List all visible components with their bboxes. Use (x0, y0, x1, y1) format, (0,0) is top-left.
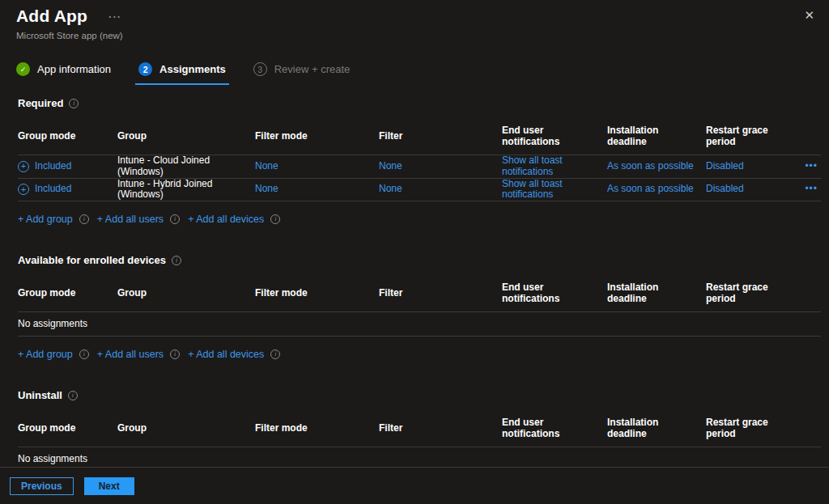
column-header: Restart grace period (706, 125, 797, 147)
assignments-content: Required i Group mode Group Filter mode … (0, 85, 829, 495)
add-all-devices-link[interactable]: + Add all devices (188, 214, 264, 225)
section-title: Required (18, 97, 63, 109)
section-available: Available for enrolled devices i Group m… (18, 254, 821, 360)
filter-mode-link[interactable]: None (255, 183, 278, 194)
group-cell: Intune - Hybrid Joined (Windows) (117, 179, 255, 201)
column-header: Installation deadline (607, 282, 706, 304)
column-header: Filter (379, 287, 502, 299)
add-links-row: + Add group i + Add all users i + Add al… (18, 349, 821, 360)
column-header: Group mode (18, 130, 117, 142)
add-all-users-link[interactable]: + Add all users (97, 214, 164, 225)
step-number-badge: 3 (253, 62, 267, 76)
add-all-users-link[interactable]: + Add all users (97, 349, 164, 360)
column-header: End user notifications (502, 125, 607, 147)
step-review-create[interactable]: 3 Review + create (250, 62, 354, 85)
table-header-row: Group mode Group Filter mode Filter End … (18, 125, 821, 155)
step-label: Review + create (274, 63, 351, 75)
step-label: Assignments (159, 63, 226, 75)
table-header-row: Group mode Group Filter mode Filter End … (18, 282, 821, 311)
section-title: Available for enrolled devices (18, 254, 166, 266)
step-number-badge: 2 (138, 62, 152, 76)
add-links-row: + Add group i + Add all users i + Add al… (18, 214, 821, 225)
step-app-information[interactable]: ✓ App information (13, 62, 114, 85)
installation-deadline-link[interactable]: As soon as possible (607, 160, 694, 172)
column-header: Group (117, 130, 255, 142)
column-header: Restart grace period (706, 417, 797, 439)
panel-header: Add App ··· Microsoft Store app (new) (0, 0, 829, 40)
column-header: Filter mode (255, 422, 379, 434)
column-header: Group (117, 287, 255, 299)
row-context-menu-icon[interactable]: ••• (797, 184, 821, 195)
group-mode-link[interactable]: Included (35, 184, 71, 195)
column-header: Filter mode (255, 130, 379, 142)
filter-link[interactable]: None (379, 183, 402, 194)
info-icon[interactable]: i (172, 256, 181, 265)
close-icon[interactable]: ✕ (804, 8, 814, 23)
table-header-row: Group mode Group Filter mode Filter End … (18, 417, 821, 447)
info-icon[interactable]: i (170, 349, 180, 359)
info-icon[interactable]: i (68, 391, 78, 400)
end-user-notifications-link[interactable]: Show all toast notifications (502, 178, 563, 201)
info-icon[interactable]: i (170, 214, 180, 224)
panel-subtitle: Microsoft Store app (new) (16, 31, 813, 40)
row-context-menu-icon[interactable]: ••• (797, 161, 821, 172)
wizard-footer: Previous Next (0, 467, 829, 504)
add-group-link[interactable]: + Add group (18, 214, 73, 225)
info-icon[interactable]: i (79, 349, 89, 359)
add-circle-icon: + (18, 161, 29, 172)
column-header: End user notifications (502, 417, 607, 439)
restart-grace-period-link[interactable]: Disabled (706, 160, 744, 172)
column-header: Group mode (18, 287, 117, 299)
column-header: Group mode (18, 422, 117, 434)
uninstall-table: Group mode Group Filter mode Filter End … (18, 417, 821, 472)
info-icon[interactable]: i (270, 349, 280, 359)
previous-button[interactable]: Previous (10, 477, 74, 495)
add-all-devices-link[interactable]: + Add all devices (188, 349, 264, 360)
wizard-steps: ✓ App information 2 Assignments 3 Review… (13, 62, 829, 85)
info-icon[interactable]: i (69, 99, 79, 108)
page-title: Add App (16, 6, 87, 26)
section-title: Uninstall (18, 389, 62, 401)
group-mode-link[interactable]: Included (35, 161, 71, 172)
step-assignments[interactable]: 2 Assignments (135, 62, 229, 85)
column-header: Filter (379, 130, 502, 142)
add-group-link[interactable]: + Add group (18, 349, 73, 360)
available-table: Group mode Group Filter mode Filter End … (18, 282, 821, 337)
filter-mode-link[interactable]: None (255, 160, 278, 172)
end-user-notifications-link[interactable]: Show all toast notifications (502, 155, 563, 177)
column-header: End user notifications (502, 282, 607, 304)
step-label: App information (37, 63, 111, 75)
column-header: Group (117, 422, 255, 434)
group-cell: Intune - Cloud Joined (Windows) (117, 155, 255, 178)
column-header: Installation deadline (607, 125, 706, 147)
more-options-icon[interactable]: ··· (108, 11, 121, 23)
column-header: Filter mode (255, 287, 379, 299)
column-header: Filter (379, 422, 502, 434)
filter-link[interactable]: None (379, 160, 402, 172)
restart-grace-period-link[interactable]: Disabled (706, 183, 744, 194)
column-header: Installation deadline (607, 417, 706, 439)
column-header: Restart grace period (706, 282, 797, 304)
add-circle-icon: + (18, 184, 29, 195)
installation-deadline-link[interactable]: As soon as possible (607, 183, 694, 194)
no-assignments-text: No assignments (18, 311, 821, 336)
section-required: Required i Group mode Group Filter mode … (18, 97, 821, 225)
required-table: Group mode Group Filter mode Filter End … (18, 125, 821, 201)
next-button[interactable]: Next (84, 477, 134, 495)
info-icon[interactable]: i (79, 214, 89, 224)
check-icon: ✓ (16, 62, 30, 76)
table-row: + Included Intune - Hybrid Joined (Windo… (18, 178, 821, 201)
info-icon[interactable]: i (270, 214, 280, 224)
table-row: + Included Intune - Cloud Joined (Window… (18, 155, 821, 178)
